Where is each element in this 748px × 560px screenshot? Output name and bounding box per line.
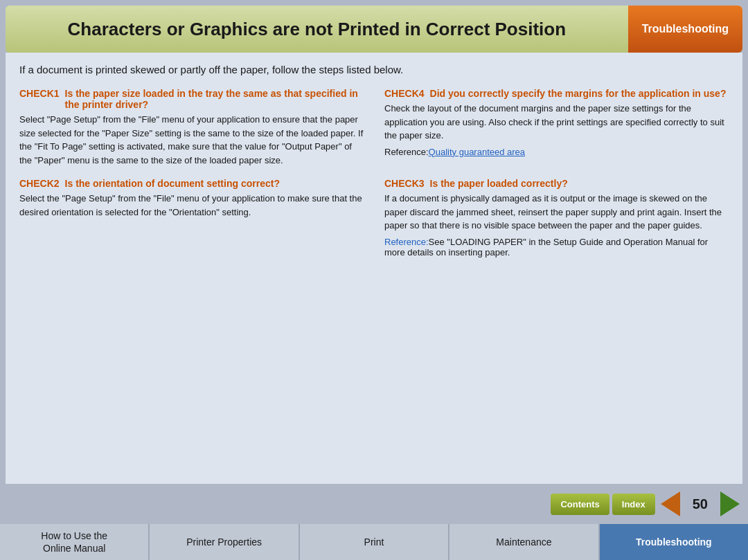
header: Characters or Graphics are not Printed i…: [6, 6, 742, 53]
header-badge: Troubleshooting: [628, 6, 742, 53]
next-button[interactable]: [720, 491, 740, 516]
check1-item: CHECK1 Is the paper size loaded in the t…: [19, 88, 364, 167]
tab-print[interactable]: Print: [300, 524, 449, 560]
header-title-area: Characters or Graphics are not Printed i…: [6, 6, 628, 53]
tab-maintenance[interactable]: Maintenance: [449, 524, 599, 560]
contents-button[interactable]: Contents: [551, 494, 609, 515]
check1-body: Select "Page Setup" from the "File" menu…: [19, 113, 364, 167]
check3-reference-label: Reference:: [384, 237, 429, 247]
prev-button[interactable]: [661, 491, 680, 516]
check2-item: CHECK2 Is the orientation of document se…: [19, 178, 364, 258]
tab-printer-properties[interactable]: Printer Properties: [150, 524, 299, 560]
page-title: Characters or Graphics are not Printed i…: [68, 19, 567, 40]
check2-label: CHECK2: [19, 178, 60, 189]
nav-controls: Contents Index 50: [551, 491, 742, 516]
check2-body: Select the "Page Setup" from the "File" …: [19, 192, 364, 219]
check3-reference: Reference:See "LOADING PAPER" in the Set…: [384, 237, 729, 258]
check4-reference-link[interactable]: Quality guaranteed area: [429, 147, 525, 157]
check4-reference-label: Reference:: [384, 147, 429, 157]
check4-label: CHECK4: [384, 88, 425, 99]
intro-text: If a document is printed skewed or partl…: [19, 64, 729, 75]
check3-label: CHECK3: [384, 178, 425, 189]
check4-header: CHECK4 Did you correctly specify the mar…: [384, 88, 729, 99]
page-wrapper: Characters or Graphics are not Printed i…: [0, 0, 748, 560]
check4-reference: Reference:Quality guaranteed area: [384, 147, 729, 157]
check4-body: Check the layout of the document margins…: [384, 102, 729, 143]
check4-item: CHECK4 Did you correctly specify the mar…: [384, 88, 729, 167]
check3-body: If a document is physically damaged as i…: [384, 192, 729, 233]
index-button[interactable]: Index: [612, 494, 655, 515]
main-content: If a document is printed skewed or partl…: [6, 53, 742, 484]
check2-question: Is the orientation of document setting c…: [65, 178, 280, 189]
check3-reference-text: See "LOADING PAPER" in the Setup Guide a…: [384, 237, 708, 258]
page-number: 50: [686, 496, 715, 512]
footer-tabs: How to Use the Online Manual Printer Pro…: [0, 524, 748, 560]
check3-question: Is the paper loaded correctly?: [430, 178, 568, 189]
check3-header: CHECK3 Is the paper loaded correctly?: [384, 178, 729, 189]
tab-troubleshooting[interactable]: Troubleshooting: [600, 524, 748, 560]
bottom-nav: Contents Index 50: [0, 484, 748, 524]
check2-header: CHECK2 Is the orientation of document se…: [19, 178, 364, 189]
check1-label: CHECK1: [19, 88, 60, 99]
check1-question: Is the paper size loaded in the tray the…: [65, 88, 364, 110]
checks-grid: CHECK1 Is the paper size loaded in the t…: [19, 88, 729, 269]
tab-how-to-use[interactable]: How to Use the Online Manual: [0, 524, 150, 560]
check4-question: Did you correctly specify the margins fo…: [430, 88, 727, 99]
check3-item: CHECK3 Is the paper loaded correctly? If…: [384, 178, 729, 258]
check1-header: CHECK1 Is the paper size loaded in the t…: [19, 88, 364, 110]
